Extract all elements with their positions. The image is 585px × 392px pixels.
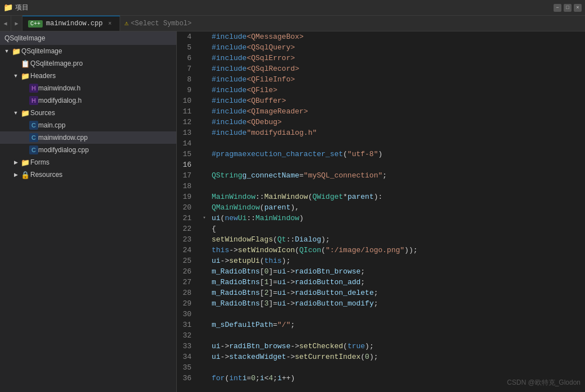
fold-26 — [200, 266, 208, 277]
code-line-36: for(int i = 0; i < 4; i++) — [212, 373, 585, 384]
toolbar-title: 项目 — [15, 3, 29, 12]
sidebar-item-mainwindow-h[interactable]: Hmainwindow.h — [0, 82, 176, 94]
line-num-13: 13 — [177, 127, 196, 138]
toolbar-btn-2[interactable]: □ — [564, 4, 572, 12]
line-num-27: 27 — [177, 277, 196, 288]
fold-7 — [200, 63, 208, 74]
tab-nav-prev[interactable]: ◀ — [0, 16, 11, 31]
code-line-27: m_RadioBtns[1] = ui->radioButton_add; — [212, 277, 585, 288]
line-numbers: 4567891011121314151617181920212223242526… — [177, 31, 200, 392]
tab-symbol-area: ⚠ <Select Symbol> — [120, 16, 196, 31]
toolbar-btn-3[interactable]: × — [574, 4, 582, 12]
tree-icon-pro-file: 📋 — [20, 60, 30, 68]
code-line-7: #include <QSqlRecord> — [212, 63, 585, 74]
code-line-32 — [212, 330, 585, 341]
code-line-15: #pragma execution_character_set("utf-8") — [212, 149, 585, 159]
code-line-30 — [212, 309, 585, 320]
tree-label-sources: Sources — [30, 109, 55, 117]
fold-16 — [200, 159, 208, 170]
fold-25 — [200, 256, 208, 266]
line-num-9: 9 — [177, 85, 196, 95]
tree-icon-modifydialog-cpp: C — [29, 145, 38, 154]
sidebar-item-resources[interactable]: ▶🔒Resources — [0, 168, 176, 181]
fold-11 — [200, 106, 208, 117]
fold-28 — [200, 288, 208, 298]
sidebar-header-title: QSqliteImage — [4, 34, 45, 42]
sidebar-item-main-cpp[interactable]: Cmain.cpp — [0, 119, 176, 131]
code-line-4: #include <QMessageBox> — [212, 31, 585, 42]
sidebar: QSqliteImage ▼📁QSqliteImage📋QSqliteImage… — [0, 31, 177, 392]
tree-arrow-headers: ▼ — [11, 73, 20, 79]
fold-36 — [200, 373, 208, 384]
line-num-33: 33 — [177, 341, 196, 352]
code-line-6: #include <QSqlError> — [212, 53, 585, 63]
code-line-8: #include <QFileInfo> — [212, 74, 585, 85]
line-num-4: 4 — [177, 31, 196, 42]
sidebar-item-sources[interactable]: ▼📁Sources — [0, 107, 176, 119]
sidebar-header: QSqliteImage — [0, 31, 176, 45]
toolbar-btn-1[interactable]: − — [554, 4, 561, 12]
code-area[interactable]: 4567891011121314151617181920212223242526… — [177, 31, 585, 392]
fold-18 — [200, 181, 208, 192]
tree-label-mainwindow-cpp: mainwindow.cpp — [38, 134, 88, 142]
fold-17 — [200, 170, 208, 181]
sidebar-item-mainwindow-cpp[interactable]: Cmainwindow.cpp — [0, 131, 176, 144]
sidebar-item-forms[interactable]: ▶📁Forms — [0, 156, 176, 168]
toolbar: 📁 项目 − □ × — [0, 0, 585, 16]
code-line-5: #include <QSqlQuery> — [212, 42, 585, 53]
sidebar-item-modifydialog-h[interactable]: Hmodifydialog.h — [0, 94, 176, 107]
tree-label-modifydialog-cpp: modifydialog.cpp — [38, 146, 89, 154]
fold-31 — [200, 320, 208, 330]
tab-nav-next[interactable]: ▶ — [11, 16, 22, 31]
tree-arrow-root: ▼ — [2, 48, 11, 54]
fold-10 — [200, 95, 208, 106]
fold-33 — [200, 341, 208, 352]
tab-file-name: mainwindow.cpp — [46, 20, 103, 28]
sidebar-item-headers[interactable]: ▼📁Headers — [0, 70, 176, 82]
tab-bar: ◀ ▶ C++ mainwindow.cpp × ⚠ <Select Symbo… — [0, 16, 585, 31]
line-num-23: 23 — [177, 234, 196, 245]
sidebar-item-pro-file[interactable]: 📋QSqliteImage.pro — [0, 57, 176, 70]
line-num-28: 28 — [177, 288, 196, 298]
line-num-22: 22 — [177, 224, 196, 234]
fold-6 — [200, 53, 208, 63]
toolbar-buttons: − □ × — [554, 4, 582, 12]
code-line-35 — [212, 362, 585, 373]
project-icon: 📁 — [3, 3, 13, 12]
tree-label-resources: Resources — [30, 171, 62, 179]
sidebar-item-root[interactable]: ▼📁QSqliteImage — [0, 45, 176, 57]
line-num-19: 19 — [177, 192, 196, 202]
tree-icon-resources: 🔒 — [20, 171, 30, 179]
fold-21[interactable]: ▾ — [200, 213, 208, 224]
editor-wrapper: 4567891011121314151617181920212223242526… — [177, 31, 585, 392]
tab-close-button[interactable]: × — [106, 20, 114, 28]
line-num-35: 35 — [177, 362, 196, 373]
tree-icon-forms: 📁 — [20, 158, 30, 167]
line-num-17: 17 — [177, 170, 196, 181]
code-editor[interactable]: 4567891011121314151617181920212223242526… — [177, 31, 585, 392]
fold-22 — [200, 224, 208, 234]
code-line-33: ui->radiBtn_browse->setChecked(true); — [212, 341, 585, 352]
tree-arrow-forms: ▶ — [11, 159, 20, 165]
code-line-20: QMainWindow(parent), — [212, 202, 585, 213]
code-line-19: MainWindow::MainWindow(QWidget *parent) … — [212, 192, 585, 202]
fold-23 — [200, 234, 208, 245]
tab-symbol-label: <Select Symbol> — [131, 20, 191, 28]
fold-27 — [200, 277, 208, 288]
line-num-7: 7 — [177, 63, 196, 74]
code-line-9: #include <QFile> — [212, 85, 585, 95]
tree-arrow-resources: ▶ — [11, 172, 20, 177]
code-line-23: setWindowFlags(Qt::Dialog); — [212, 234, 585, 245]
sidebar-item-modifydialog-cpp[interactable]: Cmodifydialog.cpp — [0, 144, 176, 156]
line-num-34: 34 — [177, 352, 196, 362]
tree-arrow-sources: ▼ — [11, 110, 20, 116]
tree-icon-sources: 📁 — [20, 109, 30, 117]
code-line-11: #include <QImageReader> — [212, 106, 585, 117]
line-num-12: 12 — [177, 117, 196, 127]
tab-mainwindow-cpp[interactable]: C++ mainwindow.cpp × — [22, 16, 120, 31]
code-line-12: #include <QDebug> — [212, 117, 585, 127]
code-line-28: m_RadioBtns[2] = ui->radioButton_delete; — [212, 288, 585, 298]
code-line-22: { — [212, 224, 585, 234]
line-num-8: 8 — [177, 74, 196, 85]
fold-4 — [200, 31, 208, 42]
